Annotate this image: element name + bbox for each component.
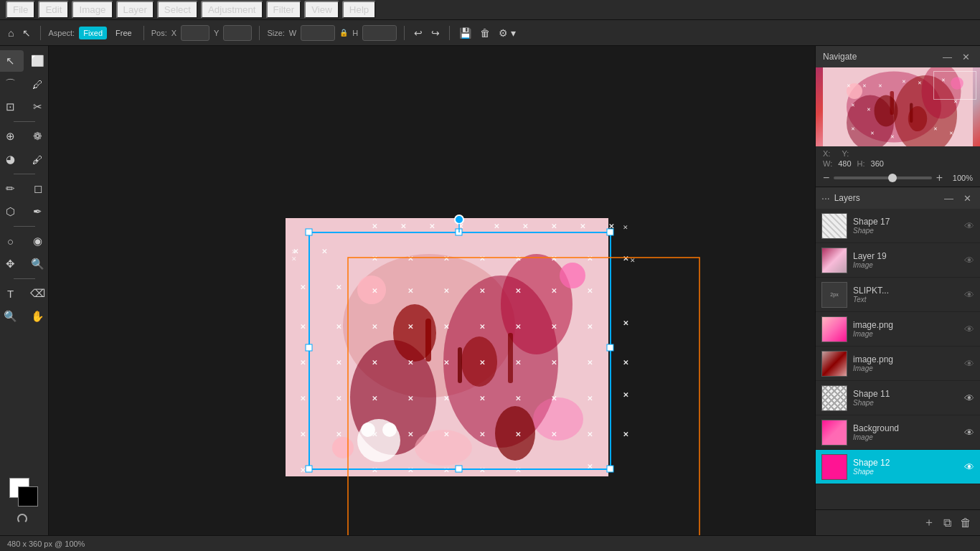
svg-text:✕: ✕ [867,107,871,112]
move-tool[interactable]: ✥ [0,253,24,275]
svg-text:✕: ✕ [407,395,413,402]
menu-view[interactable]: View [304,1,339,19]
layer-item-imagepng1[interactable]: image.png Image 👁 [816,312,980,347]
dodge-tool[interactable]: ○ [0,230,24,252]
eyedropper-tool[interactable]: 🖊 [25,73,51,95]
shape-tool[interactable]: ⬡ [0,201,24,222]
dropper2-tool[interactable]: 🖋 [25,149,51,170]
svg-text:✕: ✕ [429,222,435,230]
swatch-container[interactable] [9,478,39,508]
stamp-tool[interactable]: ❁ [25,126,51,147]
layer-item-layer19[interactable]: Layer 19 Image 👁 [816,243,980,278]
marquee-tool[interactable]: ⬜ [25,50,51,72]
layer-type-imagepng1: Image [853,330,958,338]
svg-text:✕: ✕ [372,430,377,438]
navigate-close-btn[interactable]: ✕ [959,51,973,63]
layer-name-shape17: Shape 17 [853,217,958,227]
pen-tool[interactable]: ✒ [25,201,51,222]
layers-minimize-btn[interactable]: — [941,192,956,204]
menu-image[interactable]: Image [72,1,113,19]
layer-item-shape17[interactable]: Shape 17 Shape 👁 [816,209,980,243]
save-button[interactable]: 💾 [457,25,473,41]
home-button[interactable]: ⌂ [6,25,16,41]
redo-button[interactable]: ↪ [429,25,442,41]
add-layer-button[interactable]: ＋ [922,514,936,532]
select-tool[interactable]: ↖ [0,50,24,72]
pos-y-input[interactable]: 17 [223,25,252,41]
fixed-aspect-button[interactable]: Fixed [79,27,107,39]
layer-info-shape17: Shape 17 Shape [853,217,958,235]
zoom-out-button[interactable]: − [823,172,829,184]
hand-tool[interactable]: ✋ [25,306,51,327]
crop-tool[interactable]: ⊡ [0,96,24,118]
free-aspect-button[interactable]: Free [111,27,136,39]
layer-visibility-imagepng1[interactable]: 👁 [964,324,974,335]
navigate-minimize-btn[interactable]: — [940,51,955,63]
brush-tool[interactable]: ✏ [0,178,24,199]
bg-swatch[interactable] [18,486,38,507]
layer-visibility-shape17[interactable]: 👁 [964,220,974,232]
menu-layer[interactable]: Layer [116,1,154,19]
tool-pair-4: ⊕ ❁ [0,126,51,147]
layer-item-shape12[interactable]: Shape 12 Shape 👁 [816,450,980,484]
left-tools-panel: ↖ ⬜ ⌒ 🖊 ⊡ ✂ ⊕ ❁ ◕ 🖋 ✏ ◻ ⬡ ✒ ○ [0,46,49,535]
delete-button[interactable]: 🗑 [478,25,492,41]
size-h-input[interactable]: 327 [362,25,397,41]
handle-tl[interactable] [306,229,312,235]
layer-visibility-slipkt[interactable]: 👁 [964,289,974,301]
layers-close-btn[interactable]: ✕ [961,192,974,204]
undo-button[interactable]: ↩ [412,25,425,41]
size-w-input[interactable]: 415 [301,25,335,41]
svg-rect-18 [458,347,462,383]
lasso-tool[interactable]: ⌒ [0,73,24,95]
layer-item-shape11[interactable]: Shape 11 Shape 👁 [816,381,980,415]
tool-separator-1 [14,121,35,122]
layers-panel-menu-btn[interactable]: ··· [821,192,830,204]
handle-bm[interactable] [456,466,462,472]
zoom-tool[interactable]: 🔍 [25,253,51,275]
menu-help[interactable]: Help [342,1,376,19]
svg-text:✕: ✕ [479,430,485,438]
menu-filter[interactable]: Filter [266,1,302,19]
zoom-slider[interactable] [834,176,931,179]
tool-pair-3: ⊡ ✂ [0,96,51,118]
fill-tool[interactable]: ◕ [0,149,24,170]
handle-br[interactable] [607,466,613,472]
rotate-handle[interactable] [455,215,463,224]
layer-visibility-imagepng2[interactable]: 👁 [964,358,974,369]
layer-visibility-shape11[interactable]: 👁 [964,392,974,404]
handle-tr[interactable] [607,229,613,235]
burn-tool[interactable]: ◉ [25,230,51,252]
handle-ml[interactable] [306,344,312,351]
delete-layer-button[interactable]: 🗑 [958,515,973,531]
text-tool[interactable]: T [0,283,24,304]
menu-file[interactable]: File [6,1,35,19]
pos-x-input[interactable]: 33 [181,25,209,41]
select-tool-button[interactable]: ↖ [20,25,33,41]
layer-visibility-background[interactable]: 👁 [964,427,974,438]
canvas-area[interactable]: ✕✕✕ ✕✕✕ ✕✕✕ ✕✕ ✕✕✕ ✕✕✕ ✕✕ ✕✕ ✕✕✕ ✕✕✕ ✕ ✕… [49,46,815,535]
eraser-tool[interactable]: ◻ [25,178,51,199]
layer-item-background[interactable]: Background Image 👁 [816,415,980,450]
layer-visibility-layer19[interactable]: 👁 [964,255,974,266]
duplicate-layer-button[interactable]: ⧉ [942,515,953,531]
svg-text:✕: ✕ [623,224,628,231]
layer-item-imagepng2[interactable]: image.png Image 👁 [816,347,980,381]
swap-colors-btn[interactable] [17,511,32,525]
zoom-in-button[interactable]: + [936,172,943,184]
handle-bl[interactable] [306,466,312,472]
layer-visibility-shape12[interactable]: 👁 [964,461,974,473]
handle-mr[interactable] [607,344,613,351]
layer-info-layer19: Layer 19 Image [853,251,958,269]
heal-tool[interactable]: ⊕ [0,126,24,147]
layer-item-slipkt[interactable]: 2px SLIPKT... Text 👁 [816,278,980,312]
pan-tool[interactable]: 🔍 [0,306,24,327]
menu-edit[interactable]: Edit [38,1,69,19]
lock-icon: 🔒 [339,29,348,37]
toolbar-separator-4 [404,26,405,40]
menu-select[interactable]: Select [157,1,198,19]
menu-adjustment[interactable]: Adjustment [201,1,263,19]
settings-button[interactable]: ⚙ ▾ [496,25,518,41]
scissors-tool[interactable]: ✂ [25,96,51,118]
picker-tool[interactable]: ⌫ [25,283,51,304]
